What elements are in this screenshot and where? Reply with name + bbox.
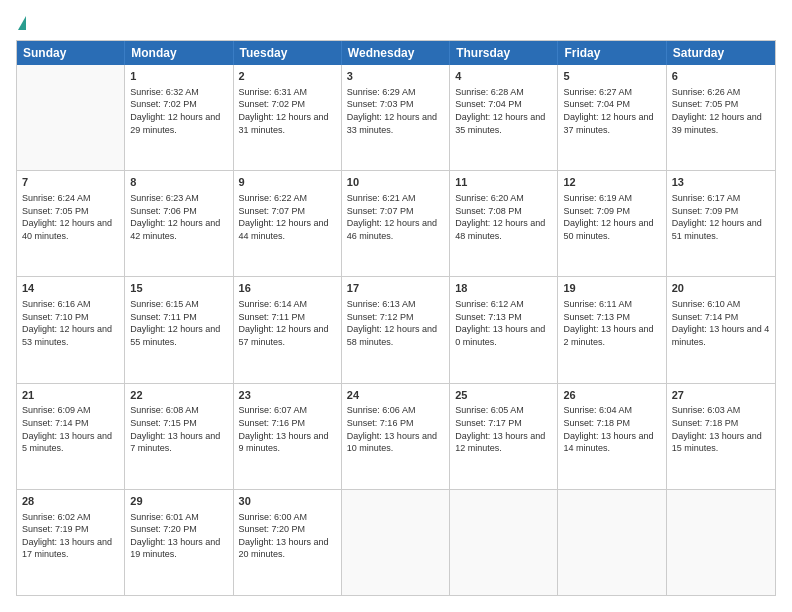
calendar-cell: 11Sunrise: 6:20 AM Sunset: 7:08 PM Dayli… (450, 171, 558, 276)
day-number: 23 (239, 388, 336, 403)
day-number: 26 (563, 388, 660, 403)
day-number: 25 (455, 388, 552, 403)
cell-info: Sunrise: 6:14 AM Sunset: 7:11 PM Dayligh… (239, 298, 336, 348)
day-number: 9 (239, 175, 336, 190)
day-number: 14 (22, 281, 119, 296)
cell-info: Sunrise: 6:09 AM Sunset: 7:14 PM Dayligh… (22, 404, 119, 454)
day-number: 24 (347, 388, 444, 403)
weekday-header: Saturday (667, 41, 775, 65)
cell-info: Sunrise: 6:11 AM Sunset: 7:13 PM Dayligh… (563, 298, 660, 348)
cell-info: Sunrise: 6:20 AM Sunset: 7:08 PM Dayligh… (455, 192, 552, 242)
day-number: 2 (239, 69, 336, 84)
cell-info: Sunrise: 6:13 AM Sunset: 7:12 PM Dayligh… (347, 298, 444, 348)
calendar-cell: 24Sunrise: 6:06 AM Sunset: 7:16 PM Dayli… (342, 384, 450, 489)
day-number: 11 (455, 175, 552, 190)
calendar-cell: 9Sunrise: 6:22 AM Sunset: 7:07 PM Daylig… (234, 171, 342, 276)
weekday-header: Tuesday (234, 41, 342, 65)
day-number: 5 (563, 69, 660, 84)
cell-info: Sunrise: 6:07 AM Sunset: 7:16 PM Dayligh… (239, 404, 336, 454)
calendar-cell: 6Sunrise: 6:26 AM Sunset: 7:05 PM Daylig… (667, 65, 775, 170)
calendar-body: 1Sunrise: 6:32 AM Sunset: 7:02 PM Daylig… (17, 65, 775, 595)
calendar-row: 1Sunrise: 6:32 AM Sunset: 7:02 PM Daylig… (17, 65, 775, 171)
calendar-cell (342, 490, 450, 595)
cell-info: Sunrise: 6:19 AM Sunset: 7:09 PM Dayligh… (563, 192, 660, 242)
calendar-cell: 7Sunrise: 6:24 AM Sunset: 7:05 PM Daylig… (17, 171, 125, 276)
weekday-header: Wednesday (342, 41, 450, 65)
day-number: 20 (672, 281, 770, 296)
day-number: 21 (22, 388, 119, 403)
calendar-cell: 22Sunrise: 6:08 AM Sunset: 7:15 PM Dayli… (125, 384, 233, 489)
calendar-cell: 28Sunrise: 6:02 AM Sunset: 7:19 PM Dayli… (17, 490, 125, 595)
day-number: 13 (672, 175, 770, 190)
calendar-cell: 19Sunrise: 6:11 AM Sunset: 7:13 PM Dayli… (558, 277, 666, 382)
cell-info: Sunrise: 6:24 AM Sunset: 7:05 PM Dayligh… (22, 192, 119, 242)
calendar-cell: 18Sunrise: 6:12 AM Sunset: 7:13 PM Dayli… (450, 277, 558, 382)
cell-info: Sunrise: 6:27 AM Sunset: 7:04 PM Dayligh… (563, 86, 660, 136)
weekday-header: Friday (558, 41, 666, 65)
cell-info: Sunrise: 6:04 AM Sunset: 7:18 PM Dayligh… (563, 404, 660, 454)
day-number: 1 (130, 69, 227, 84)
page: SundayMondayTuesdayWednesdayThursdayFrid… (0, 0, 792, 612)
logo (16, 16, 27, 30)
weekday-header: Thursday (450, 41, 558, 65)
cell-info: Sunrise: 6:31 AM Sunset: 7:02 PM Dayligh… (239, 86, 336, 136)
calendar-cell: 14Sunrise: 6:16 AM Sunset: 7:10 PM Dayli… (17, 277, 125, 382)
logo-icon (18, 16, 26, 30)
calendar-cell: 26Sunrise: 6:04 AM Sunset: 7:18 PM Dayli… (558, 384, 666, 489)
calendar-header: SundayMondayTuesdayWednesdayThursdayFrid… (17, 41, 775, 65)
header (16, 16, 776, 30)
cell-info: Sunrise: 6:15 AM Sunset: 7:11 PM Dayligh… (130, 298, 227, 348)
day-number: 29 (130, 494, 227, 509)
day-number: 30 (239, 494, 336, 509)
calendar-cell: 16Sunrise: 6:14 AM Sunset: 7:11 PM Dayli… (234, 277, 342, 382)
logo-text (16, 16, 27, 30)
calendar-cell: 20Sunrise: 6:10 AM Sunset: 7:14 PM Dayli… (667, 277, 775, 382)
cell-info: Sunrise: 6:21 AM Sunset: 7:07 PM Dayligh… (347, 192, 444, 242)
cell-info: Sunrise: 6:10 AM Sunset: 7:14 PM Dayligh… (672, 298, 770, 348)
cell-info: Sunrise: 6:12 AM Sunset: 7:13 PM Dayligh… (455, 298, 552, 348)
calendar-cell: 29Sunrise: 6:01 AM Sunset: 7:20 PM Dayli… (125, 490, 233, 595)
calendar-cell: 4Sunrise: 6:28 AM Sunset: 7:04 PM Daylig… (450, 65, 558, 170)
cell-info: Sunrise: 6:08 AM Sunset: 7:15 PM Dayligh… (130, 404, 227, 454)
weekday-header: Monday (125, 41, 233, 65)
calendar-cell (558, 490, 666, 595)
cell-info: Sunrise: 6:26 AM Sunset: 7:05 PM Dayligh… (672, 86, 770, 136)
day-number: 19 (563, 281, 660, 296)
calendar-row: 7Sunrise: 6:24 AM Sunset: 7:05 PM Daylig… (17, 171, 775, 277)
cell-info: Sunrise: 6:29 AM Sunset: 7:03 PM Dayligh… (347, 86, 444, 136)
weekday-header: Sunday (17, 41, 125, 65)
day-number: 17 (347, 281, 444, 296)
calendar-cell (667, 490, 775, 595)
cell-info: Sunrise: 6:23 AM Sunset: 7:06 PM Dayligh… (130, 192, 227, 242)
calendar-cell: 3Sunrise: 6:29 AM Sunset: 7:03 PM Daylig… (342, 65, 450, 170)
calendar-cell: 21Sunrise: 6:09 AM Sunset: 7:14 PM Dayli… (17, 384, 125, 489)
cell-info: Sunrise: 6:28 AM Sunset: 7:04 PM Dayligh… (455, 86, 552, 136)
calendar-cell: 2Sunrise: 6:31 AM Sunset: 7:02 PM Daylig… (234, 65, 342, 170)
day-number: 12 (563, 175, 660, 190)
cell-info: Sunrise: 6:03 AM Sunset: 7:18 PM Dayligh… (672, 404, 770, 454)
calendar-cell: 12Sunrise: 6:19 AM Sunset: 7:09 PM Dayli… (558, 171, 666, 276)
cell-info: Sunrise: 6:22 AM Sunset: 7:07 PM Dayligh… (239, 192, 336, 242)
calendar-cell: 23Sunrise: 6:07 AM Sunset: 7:16 PM Dayli… (234, 384, 342, 489)
cell-info: Sunrise: 6:06 AM Sunset: 7:16 PM Dayligh… (347, 404, 444, 454)
cell-info: Sunrise: 6:01 AM Sunset: 7:20 PM Dayligh… (130, 511, 227, 561)
calendar-row: 21Sunrise: 6:09 AM Sunset: 7:14 PM Dayli… (17, 384, 775, 490)
day-number: 27 (672, 388, 770, 403)
cell-info: Sunrise: 6:32 AM Sunset: 7:02 PM Dayligh… (130, 86, 227, 136)
calendar-cell: 13Sunrise: 6:17 AM Sunset: 7:09 PM Dayli… (667, 171, 775, 276)
day-number: 3 (347, 69, 444, 84)
day-number: 16 (239, 281, 336, 296)
calendar-cell: 27Sunrise: 6:03 AM Sunset: 7:18 PM Dayli… (667, 384, 775, 489)
calendar-cell: 8Sunrise: 6:23 AM Sunset: 7:06 PM Daylig… (125, 171, 233, 276)
calendar-cell: 1Sunrise: 6:32 AM Sunset: 7:02 PM Daylig… (125, 65, 233, 170)
day-number: 10 (347, 175, 444, 190)
cell-info: Sunrise: 6:16 AM Sunset: 7:10 PM Dayligh… (22, 298, 119, 348)
calendar-cell: 5Sunrise: 6:27 AM Sunset: 7:04 PM Daylig… (558, 65, 666, 170)
cell-info: Sunrise: 6:00 AM Sunset: 7:20 PM Dayligh… (239, 511, 336, 561)
calendar-row: 14Sunrise: 6:16 AM Sunset: 7:10 PM Dayli… (17, 277, 775, 383)
calendar: SundayMondayTuesdayWednesdayThursdayFrid… (16, 40, 776, 596)
day-number: 15 (130, 281, 227, 296)
day-number: 22 (130, 388, 227, 403)
calendar-cell: 15Sunrise: 6:15 AM Sunset: 7:11 PM Dayli… (125, 277, 233, 382)
day-number: 28 (22, 494, 119, 509)
